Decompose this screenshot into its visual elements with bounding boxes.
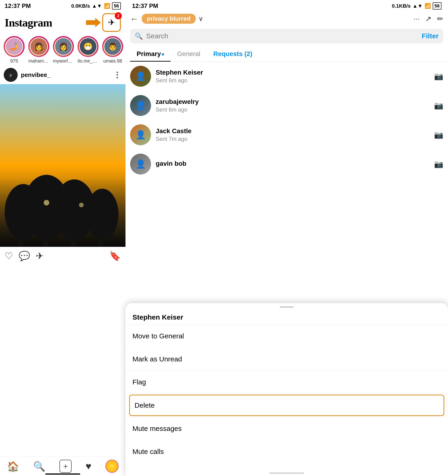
signal-icon: ▲▼: [92, 3, 102, 9]
camera-icon: 📷: [434, 160, 443, 169]
home-indicator-right: [269, 472, 304, 474]
time-right: 12:37 PM: [132, 2, 158, 10]
story-avatar: 👩: [28, 36, 49, 57]
conv-avatar: 👤: [130, 154, 151, 175]
dm-header: ← privacy blurred ∨ ··· ↗ ✏: [125, 11, 448, 27]
conv-name: Jack Castle: [156, 127, 429, 135]
conversation-item[interactable]: 👤 zarubajewelry Sent 6m ago 📷: [125, 91, 448, 120]
story-name: myworld.ak: [53, 58, 74, 64]
story-name: its.me_mahn...: [78, 58, 99, 64]
signal-icon-right: ▲▼: [412, 3, 423, 9]
tab-requests[interactable]: Requests (2): [207, 46, 259, 61]
story-item[interactable]: 👨 umais.98: [102, 36, 123, 64]
bottom-nav: 🏠 🔍 ＋ ♥: [0, 456, 125, 476]
search-icon: 🔍: [135, 32, 143, 40]
conv-name: gavin bob: [156, 160, 429, 167]
conv-avatar: 👤: [130, 124, 151, 145]
camera-icon: 📷: [434, 72, 443, 81]
trees-silhouette: [0, 165, 125, 247]
story-avatar: 🤳: [4, 36, 25, 57]
conv-time: Sent 7m ago: [156, 136, 429, 142]
dm-header-actions: ··· ↗ ✏: [413, 14, 443, 23]
post-username: penvibee_: [21, 71, 50, 79]
send-icon: ✈: [108, 18, 115, 28]
top-bar-icons: ✈ 2: [102, 13, 121, 32]
camera-icon: 📷: [434, 101, 443, 110]
story-name: umais.98: [103, 58, 122, 64]
home-indicator-left: [45, 473, 80, 475]
top-bar-left: Instagram ✈ 2: [0, 11, 125, 34]
share-button[interactable]: ✈: [36, 250, 44, 261]
nav-add-button[interactable]: ＋: [60, 460, 72, 473]
sheet-divider: [125, 324, 448, 325]
status-icons-right: 0.1KB/s ▲▼ 📶 56: [392, 2, 442, 10]
search-input[interactable]: [146, 32, 419, 40]
back-button[interactable]: ←: [130, 14, 139, 24]
conv-name: Stephen Keiser: [156, 69, 429, 76]
post-user: p penvibee_: [4, 68, 50, 82]
nav-reels-button[interactable]: ♥: [85, 461, 91, 472]
story-name: 975: [10, 58, 18, 64]
post-actions: ♡ 💬 ✈ 🔖: [0, 247, 125, 265]
delete-button[interactable]: Delete: [129, 395, 444, 416]
tabs-row: Primary General Requests (2): [125, 45, 448, 62]
nav-profile-button[interactable]: [106, 460, 118, 473]
nav-home-button[interactable]: 🏠: [7, 461, 19, 472]
dm-badge: 2: [115, 12, 122, 19]
story-avatar-inner: 👩: [30, 37, 48, 56]
mute-messages-button[interactable]: Mute messages: [125, 418, 448, 439]
move-to-general-button[interactable]: Move to General: [125, 326, 448, 346]
conv-name: zarubajewelry: [156, 98, 429, 106]
more-options-button[interactable]: ···: [413, 14, 420, 23]
mark-as-unread-button[interactable]: Mark as Unread: [125, 349, 448, 369]
sheet-handle: [280, 306, 294, 308]
svg-rect-6: [43, 235, 48, 247]
svg-rect-5: [19, 235, 23, 247]
post-header: p penvibee_ ⋮: [0, 66, 125, 84]
network-speed-left: 0.0KB/s: [71, 3, 90, 9]
save-button[interactable]: 🔖: [109, 250, 121, 261]
status-icons-left: 0.0KB/s ▲▼ 📶 56: [71, 2, 121, 10]
camera-icon: 📷: [434, 130, 443, 139]
conv-avatar: 👤: [130, 95, 151, 116]
conv-time: Sent 6m ago: [156, 77, 429, 84]
conv-info: Jack Castle Sent 7m ago: [156, 127, 429, 142]
comment-button[interactable]: 💬: [19, 250, 30, 261]
time-left: 12:37 PM: [5, 2, 31, 10]
conv-avatar: 👤: [130, 66, 151, 87]
dm-button[interactable]: ✈ 2: [102, 13, 121, 32]
search-bar[interactable]: 🔍 Filter: [130, 29, 443, 43]
story-avatar-inner: 👨: [104, 37, 122, 56]
flag-button[interactable]: Flag: [125, 372, 448, 393]
mute-calls-button[interactable]: Mute calls: [125, 441, 448, 462]
svg-point-9: [44, 200, 49, 205]
status-bar-right: 12:37 PM 0.1KB/s ▲▼ 📶 56: [125, 0, 448, 11]
story-item[interactable]: 🤳 975: [4, 36, 25, 64]
story-item[interactable]: 👩 mahamejaz1: [28, 36, 49, 64]
dm-username[interactable]: privacy blurred: [142, 14, 196, 24]
story-avatar: 👨: [102, 36, 123, 57]
conversation-item[interactable]: 👤 gavin bob 📷: [125, 149, 448, 179]
svg-point-4: [86, 189, 118, 240]
conversation-item[interactable]: 👤 Stephen Keiser Sent 6m ago 📷: [125, 62, 448, 91]
svg-point-10: [79, 203, 84, 207]
stats-button[interactable]: ↗: [425, 14, 431, 23]
filter-button[interactable]: Filter: [422, 32, 439, 40]
story-item[interactable]: 👩 myworld.ak: [53, 36, 74, 64]
edit-button[interactable]: ✏: [437, 14, 443, 23]
conversation-item[interactable]: 👤 Jack Castle Sent 7m ago 📷: [125, 120, 448, 149]
post-more-button[interactable]: ⋮: [113, 70, 122, 79]
nav-search-button[interactable]: 🔍: [33, 461, 45, 472]
conv-time: Sent 6m ago: [156, 107, 429, 113]
like-button[interactable]: ♡: [5, 250, 13, 261]
tab-primary[interactable]: Primary: [130, 46, 171, 61]
wifi-icon-right: 📶: [425, 3, 431, 9]
sheet-divider: [125, 393, 448, 394]
status-bar-left: 12:37 PM 0.0KB/s ▲▼ 📶 56: [0, 0, 125, 11]
tab-general[interactable]: General: [171, 46, 207, 61]
story-avatar-inner: 😷: [79, 37, 97, 56]
story-avatar: 😷: [78, 36, 99, 57]
conv-info: Stephen Keiser Sent 6m ago: [156, 69, 429, 84]
story-item[interactable]: 😷 its.me_mahn...: [78, 36, 99, 64]
post-actions-left: ♡ 💬 ✈: [5, 250, 44, 261]
